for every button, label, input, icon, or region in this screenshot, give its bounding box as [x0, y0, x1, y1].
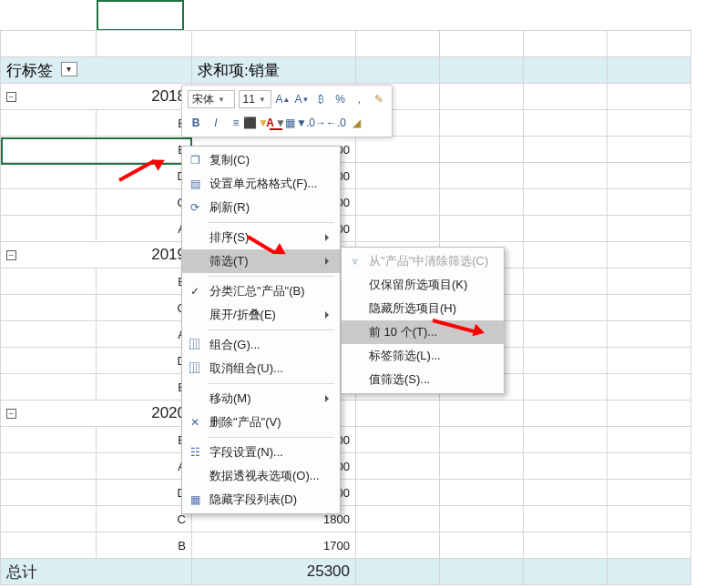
- ctx-sort-label: 排序(S): [209, 229, 249, 246]
- clear-format-icon[interactable]: ◢: [348, 115, 364, 131]
- font-name-value: 宋体: [192, 92, 214, 107]
- decrease-decimal-icon[interactable]: ←.0: [328, 115, 344, 131]
- sub-top-10[interactable]: 前 10 个(T)...: [342, 320, 504, 344]
- font-size-select[interactable]: 11▼: [239, 90, 271, 108]
- data-row[interactable]: D1900: [1, 480, 691, 506]
- sub-hide-selected[interactable]: 隐藏所选项目(H): [342, 297, 504, 320]
- sub-hide-selected-label: 隐藏所选项目(H): [369, 300, 456, 317]
- increase-decimal-icon[interactable]: .0→: [308, 115, 324, 131]
- format-painter-icon[interactable]: ✎: [371, 91, 386, 107]
- sum-header: 求和项:销量: [192, 57, 356, 84]
- percent-format-icon[interactable]: %: [332, 91, 348, 107]
- group-icon: ⿲: [188, 338, 202, 352]
- ctx-copy[interactable]: ❐ 复制(C): [182, 148, 340, 172]
- ctx-refresh-label: 刷新(R): [209, 199, 250, 216]
- ctx-field-settings[interactable]: ☷ 字段设置(N)...: [182, 441, 340, 464]
- italic-icon[interactable]: I: [208, 115, 224, 131]
- ctx-pivot-options[interactable]: 数据透视表选项(O)...: [182, 464, 340, 488]
- data-row[interactable]: A00: [1, 453, 691, 480]
- sub-clear-filter: ⟇ 从"产品"中清除筛选(C): [342, 249, 504, 273]
- accounting-format-icon[interactable]: ₿: [313, 91, 329, 107]
- ctx-move-label: 移动(M): [209, 390, 251, 407]
- ctx-group-label: 组合(G)...: [209, 337, 261, 353]
- ctx-copy-label: 复制(C): [209, 152, 250, 168]
- context-menu: ❐ 复制(C) ▤ 设置单元格格式(F)... ⟳ 刷新(R) 排序(S) 筛选…: [181, 146, 341, 514]
- sub-label-filter[interactable]: 标签筛选(L)...: [342, 344, 504, 368]
- hide-field-list-icon: ▦: [188, 492, 202, 507]
- data-row[interactable]: C1800: [1, 506, 691, 532]
- separator: [208, 329, 334, 330]
- filter-dropdown-icon[interactable]: ▾: [61, 62, 77, 76]
- bold-icon[interactable]: B: [188, 115, 204, 131]
- ctx-sort[interactable]: 排序(S): [182, 226, 340, 249]
- ctx-field-settings-label: 字段设置(N)...: [209, 444, 283, 461]
- ctx-format-cells-label: 设置单元格格式(F)...: [209, 176, 317, 192]
- collapse-icon[interactable]: −: [6, 92, 16, 102]
- ctx-delete-label: 删除"产品"(V): [209, 414, 281, 431]
- separator: [208, 276, 334, 277]
- ctx-group[interactable]: ⿲ 组合(G)...: [182, 333, 340, 357]
- sub-keep-selected[interactable]: 仅保留所选项目(K): [342, 273, 504, 297]
- column-header-selected: [97, 0, 184, 31]
- grand-total-value: 25300: [192, 559, 356, 585]
- separator: [208, 437, 334, 438]
- comma-format-icon[interactable]: ,: [352, 91, 367, 107]
- sub-clear-filter-label: 从"产品"中清除筛选(C): [369, 253, 488, 269]
- field-settings-icon: ☷: [188, 445, 202, 460]
- spacer-row: [1, 31, 691, 57]
- data-row[interactable]: C00: [1, 189, 691, 216]
- data-row[interactable]: B800: [1, 137, 691, 163]
- ctx-pivot-options-label: 数据透视表选项(O)...: [209, 468, 320, 484]
- footer-row: 总计 25300: [1, 559, 691, 585]
- ctx-filter-label: 筛选(T): [209, 253, 249, 269]
- row-labels-header: 行标签: [6, 62, 53, 79]
- data-row[interactable]: D00: [1, 163, 691, 189]
- ctx-delete-field[interactable]: ✕ 删除"产品"(V): [182, 411, 340, 434]
- shrink-font-icon[interactable]: A▼: [294, 91, 310, 107]
- sub-value-filter[interactable]: 值筛选(S)...: [342, 368, 504, 391]
- separator: [208, 383, 334, 384]
- clear-filter-icon: ⟇: [347, 254, 362, 269]
- grand-total-label: 总计: [1, 559, 192, 585]
- refresh-icon: ⟳: [188, 200, 202, 215]
- format-cells-icon: ▤: [188, 177, 202, 191]
- ctx-ungroup[interactable]: ⿲ 取消组合(U)...: [182, 357, 340, 380]
- mini-format-toolbar: 宋体▼ 11▼ A▲ A▼ ₿ % , ✎ B I ≡ ⬛▼ A▼ ▦▼ .0→…: [181, 85, 393, 137]
- data-row[interactable]: B1700: [1, 532, 691, 559]
- sub-keep-selected-label: 仅保留所选项目(K): [369, 277, 467, 293]
- ctx-hide-field-list[interactable]: ▦ 隐藏字段列表(D): [182, 488, 340, 512]
- ctx-format-cells[interactable]: ▤ 设置单元格格式(F)...: [182, 172, 340, 196]
- delete-icon: ✕: [188, 415, 202, 430]
- sub-value-filter-label: 值筛选(S)...: [369, 371, 430, 388]
- sub-top-10-label: 前 10 个(T)...: [369, 324, 437, 340]
- sub-label-filter-label: 标签筛选(L)...: [369, 348, 441, 364]
- grow-font-icon[interactable]: A▲: [275, 91, 291, 107]
- copy-icon: ❐: [188, 153, 202, 167]
- borders-icon[interactable]: ▦▼: [288, 115, 304, 131]
- data-row[interactable]: E00: [1, 427, 691, 453]
- collapse-icon[interactable]: −: [6, 250, 16, 260]
- ctx-hide-field-list-label: 隐藏字段列表(D): [209, 492, 297, 508]
- ctx-expand-collapse[interactable]: 展开/折叠(E): [182, 303, 340, 327]
- fill-color-icon[interactable]: ⬛▼: [248, 115, 264, 131]
- ctx-subtotal[interactable]: 分类汇总"产品"(B): [182, 279, 340, 303]
- font-color-icon[interactable]: A▼: [268, 115, 284, 131]
- ctx-ungroup-label: 取消组合(U)...: [209, 360, 283, 377]
- font-size-value: 11: [243, 93, 255, 106]
- separator: [208, 222, 334, 223]
- filter-submenu: ⟇ 从"产品"中清除筛选(C) 仅保留所选项目(K) 隐藏所选项目(H) 前 1…: [341, 247, 505, 394]
- data-row[interactable]: A00: [1, 216, 691, 242]
- ctx-filter[interactable]: 筛选(T): [182, 249, 340, 273]
- align-icon[interactable]: ≡: [228, 115, 244, 131]
- ctx-move[interactable]: 移动(M): [182, 387, 340, 411]
- ctx-expand-label: 展开/折叠(E): [209, 307, 276, 323]
- collapse-icon[interactable]: −: [6, 409, 16, 419]
- font-name-select[interactable]: 宋体▼: [188, 90, 235, 108]
- ctx-subtotal-label: 分类汇总"产品"(B): [209, 283, 305, 299]
- ungroup-icon: ⿲: [188, 361, 202, 376]
- header-row: 行标签 ▾ 求和项:销量: [1, 57, 691, 84]
- year-row-2020[interactable]: − 2020: [1, 400, 691, 427]
- ctx-refresh[interactable]: ⟳ 刷新(R): [182, 196, 340, 219]
